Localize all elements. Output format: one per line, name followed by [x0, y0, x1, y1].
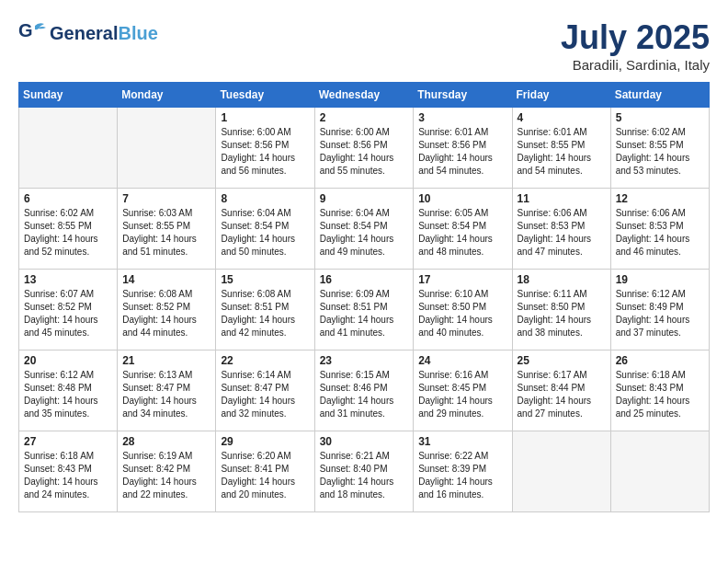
- day-info: Sunrise: 6:15 AM Sunset: 8:46 PM Dayligh…: [320, 369, 409, 420]
- logo-icon: G: [18, 18, 48, 48]
- day-number: 28: [122, 435, 210, 448]
- day-number: 7: [122, 192, 210, 205]
- day-number: 27: [24, 435, 112, 448]
- calendar-cell: 30Sunrise: 6:21 AM Sunset: 8:40 PM Dayli…: [314, 431, 414, 512]
- month-year: July 2025: [561, 18, 710, 57]
- calendar-week-row: 27Sunrise: 6:18 AM Sunset: 8:43 PM Dayli…: [19, 431, 710, 512]
- day-of-week-header: Wednesday: [314, 83, 414, 108]
- calendar-cell: 18Sunrise: 6:11 AM Sunset: 8:50 PM Dayli…: [512, 270, 610, 350]
- day-number: 6: [24, 192, 112, 205]
- day-info: Sunrise: 6:10 AM Sunset: 8:50 PM Dayligh…: [418, 288, 506, 339]
- calendar-header-row: SundayMondayTuesdayWednesdayThursdayFrid…: [19, 83, 710, 108]
- day-number: 3: [418, 111, 506, 124]
- day-number: 9: [320, 192, 409, 205]
- calendar-cell: 12Sunrise: 6:06 AM Sunset: 8:53 PM Dayli…: [610, 189, 709, 270]
- day-info: Sunrise: 6:02 AM Sunset: 8:55 PM Dayligh…: [616, 126, 704, 178]
- calendar-week-row: 20Sunrise: 6:12 AM Sunset: 8:48 PM Dayli…: [19, 350, 710, 431]
- day-number: 17: [418, 273, 506, 286]
- day-number: 21: [122, 354, 210, 367]
- calendar-cell: 14Sunrise: 6:08 AM Sunset: 8:52 PM Dayli…: [118, 270, 216, 350]
- day-info: Sunrise: 6:07 AM Sunset: 8:52 PM Dayligh…: [24, 288, 112, 339]
- day-number: 19: [616, 273, 704, 286]
- calendar-cell: 16Sunrise: 6:09 AM Sunset: 8:51 PM Dayli…: [314, 270, 414, 350]
- calendar-cell: 13Sunrise: 6:07 AM Sunset: 8:52 PM Dayli…: [19, 270, 118, 350]
- day-number: 14: [122, 273, 210, 286]
- day-number: 4: [518, 111, 606, 124]
- calendar-cell: 6Sunrise: 6:02 AM Sunset: 8:55 PM Daylig…: [19, 189, 118, 270]
- day-info: Sunrise: 6:18 AM Sunset: 8:43 PM Dayligh…: [24, 450, 112, 501]
- day-info: Sunrise: 6:11 AM Sunset: 8:50 PM Dayligh…: [518, 288, 606, 339]
- svg-text:G: G: [18, 20, 33, 40]
- day-of-week-header: Friday: [512, 83, 610, 108]
- calendar-cell: [19, 108, 118, 189]
- day-info: Sunrise: 6:08 AM Sunset: 8:52 PM Dayligh…: [122, 288, 210, 339]
- day-info: Sunrise: 6:06 AM Sunset: 8:53 PM Dayligh…: [518, 207, 606, 259]
- day-info: Sunrise: 6:21 AM Sunset: 8:40 PM Dayligh…: [320, 450, 409, 501]
- calendar-cell: 17Sunrise: 6:10 AM Sunset: 8:50 PM Dayli…: [414, 270, 512, 350]
- calendar-cell: 24Sunrise: 6:16 AM Sunset: 8:45 PM Dayli…: [414, 350, 512, 431]
- calendar-week-row: 1Sunrise: 6:00 AM Sunset: 8:56 PM Daylig…: [19, 108, 710, 189]
- calendar-table: SundayMondayTuesdayWednesdayThursdayFrid…: [18, 82, 710, 512]
- day-info: Sunrise: 6:12 AM Sunset: 8:48 PM Dayligh…: [24, 369, 112, 420]
- day-info: Sunrise: 6:20 AM Sunset: 8:41 PM Dayligh…: [221, 450, 309, 501]
- calendar-cell: 10Sunrise: 6:05 AM Sunset: 8:54 PM Dayli…: [414, 189, 512, 270]
- calendar-cell: 27Sunrise: 6:18 AM Sunset: 8:43 PM Dayli…: [19, 431, 118, 512]
- day-number: 1: [221, 111, 309, 124]
- calendar-cell: [512, 431, 610, 512]
- calendar-header: SundayMondayTuesdayWednesdayThursdayFrid…: [19, 83, 710, 108]
- title-block: July 2025 Baradili, Sardinia, Italy: [561, 18, 710, 73]
- day-number: 10: [418, 192, 506, 205]
- day-number: 20: [24, 354, 112, 367]
- day-number: 29: [221, 435, 309, 448]
- calendar-cell: 23Sunrise: 6:15 AM Sunset: 8:46 PM Dayli…: [314, 350, 414, 431]
- calendar-cell: 15Sunrise: 6:08 AM Sunset: 8:51 PM Dayli…: [216, 270, 314, 350]
- day-number: 23: [320, 354, 409, 367]
- calendar-week-row: 6Sunrise: 6:02 AM Sunset: 8:55 PM Daylig…: [19, 189, 710, 270]
- page-header: G GeneralBlue July 2025 Baradili, Sardin…: [18, 18, 710, 73]
- day-number: 8: [221, 192, 309, 205]
- calendar-cell: 22Sunrise: 6:14 AM Sunset: 8:47 PM Dayli…: [216, 350, 314, 431]
- day-info: Sunrise: 6:03 AM Sunset: 8:55 PM Dayligh…: [122, 207, 210, 259]
- calendar-cell: 5Sunrise: 6:02 AM Sunset: 8:55 PM Daylig…: [610, 108, 709, 189]
- day-number: 31: [418, 435, 506, 448]
- day-of-week-header: Sunday: [19, 83, 118, 108]
- day-info: Sunrise: 6:14 AM Sunset: 8:47 PM Dayligh…: [221, 369, 309, 420]
- day-number: 30: [320, 435, 409, 448]
- calendar-cell: 3Sunrise: 6:01 AM Sunset: 8:56 PM Daylig…: [414, 108, 512, 189]
- calendar-cell: 9Sunrise: 6:04 AM Sunset: 8:54 PM Daylig…: [314, 189, 414, 270]
- calendar-body: 1Sunrise: 6:00 AM Sunset: 8:56 PM Daylig…: [19, 108, 710, 512]
- day-info: Sunrise: 6:09 AM Sunset: 8:51 PM Dayligh…: [320, 288, 409, 339]
- day-number: 26: [616, 354, 704, 367]
- day-info: Sunrise: 6:04 AM Sunset: 8:54 PM Dayligh…: [221, 207, 309, 259]
- day-number: 16: [320, 273, 409, 286]
- calendar-cell: 8Sunrise: 6:04 AM Sunset: 8:54 PM Daylig…: [216, 189, 314, 270]
- calendar-cell: [118, 108, 216, 189]
- day-info: Sunrise: 6:18 AM Sunset: 8:43 PM Dayligh…: [616, 369, 704, 420]
- day-number: 13: [24, 273, 112, 286]
- calendar-cell: [610, 431, 709, 512]
- calendar-cell: 25Sunrise: 6:17 AM Sunset: 8:44 PM Dayli…: [512, 350, 610, 431]
- day-number: 22: [221, 354, 309, 367]
- day-info: Sunrise: 6:04 AM Sunset: 8:54 PM Dayligh…: [320, 207, 409, 259]
- location: Baradili, Sardinia, Italy: [561, 57, 710, 73]
- calendar-cell: 21Sunrise: 6:13 AM Sunset: 8:47 PM Dayli…: [118, 350, 216, 431]
- calendar-cell: 7Sunrise: 6:03 AM Sunset: 8:55 PM Daylig…: [118, 189, 216, 270]
- calendar-cell: 31Sunrise: 6:22 AM Sunset: 8:39 PM Dayli…: [414, 431, 512, 512]
- day-info: Sunrise: 6:05 AM Sunset: 8:54 PM Dayligh…: [418, 207, 506, 259]
- day-info: Sunrise: 6:12 AM Sunset: 8:49 PM Dayligh…: [616, 288, 704, 339]
- logo-text: GeneralBlue: [50, 23, 158, 43]
- day-number: 5: [616, 111, 704, 124]
- day-info: Sunrise: 6:13 AM Sunset: 8:47 PM Dayligh…: [122, 369, 210, 420]
- day-info: Sunrise: 6:01 AM Sunset: 8:56 PM Dayligh…: [418, 126, 506, 178]
- day-number: 2: [320, 111, 409, 124]
- day-number: 15: [221, 273, 309, 286]
- calendar-cell: 29Sunrise: 6:20 AM Sunset: 8:41 PM Dayli…: [216, 431, 314, 512]
- calendar-cell: 11Sunrise: 6:06 AM Sunset: 8:53 PM Dayli…: [512, 189, 610, 270]
- day-number: 12: [616, 192, 704, 205]
- day-info: Sunrise: 6:22 AM Sunset: 8:39 PM Dayligh…: [418, 450, 506, 501]
- day-number: 24: [418, 354, 506, 367]
- calendar-cell: 2Sunrise: 6:00 AM Sunset: 8:56 PM Daylig…: [314, 108, 414, 189]
- day-info: Sunrise: 6:19 AM Sunset: 8:42 PM Dayligh…: [122, 450, 210, 501]
- calendar-cell: 26Sunrise: 6:18 AM Sunset: 8:43 PM Dayli…: [610, 350, 709, 431]
- logo: G GeneralBlue: [18, 18, 158, 48]
